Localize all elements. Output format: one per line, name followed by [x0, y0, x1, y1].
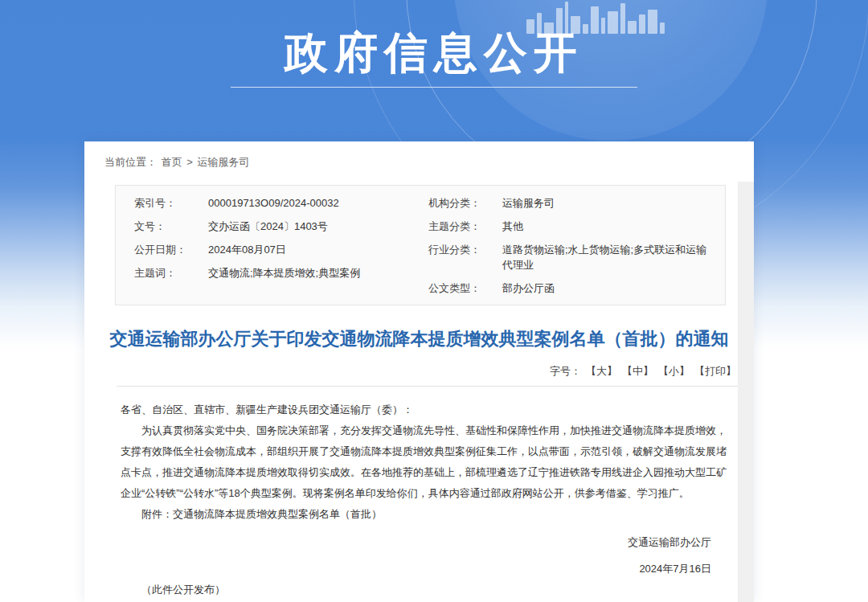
signer-name: 交通运输部办公厅 [121, 532, 727, 553]
meta-value: 道路货物运输;水上货物运输;多式联运和运输代理业 [502, 242, 725, 272]
meta-row-topic-category: 主题分类： 其他 [420, 215, 725, 238]
meta-label: 索引号： [134, 195, 208, 211]
greeting-line: 各省、自治区、直辖市、新疆生产建设兵团交通运输厅（委）： [121, 399, 727, 420]
public-release-note: （此件公开发布） [121, 579, 727, 600]
meta-label: 文号： [134, 219, 208, 234]
meta-value: 运输服务司 [502, 195, 566, 211]
document-meta-table: 索引号： 000019713O09/2024-00032 文号： 交办运函〔20… [115, 185, 726, 305]
meta-row-industry-category: 行业分类： 道路货物运输;水上货物运输;多式联运和运输代理业 [420, 238, 725, 276]
print-button[interactable]: 【打印】 [694, 365, 736, 377]
breadcrumb-home-link[interactable]: 首页 [162, 156, 182, 168]
meta-value: 交通物流;降本提质增效;典型案例 [208, 265, 371, 281]
font-size-controls: 字号：【大】【中】【小】【打印】 [84, 364, 754, 379]
breadcrumb-separator: > [186, 156, 193, 168]
meta-label: 行业分类： [428, 242, 502, 272]
meta-label: 主题词： [134, 265, 208, 281]
meta-value: 部办公厅函 [502, 281, 566, 296]
banner-underline [231, 87, 637, 88]
document-body: 各省、自治区、直辖市、新疆生产建设兵团交通运输厅（委）： 为认真贯彻落实党中央、… [121, 399, 727, 600]
meta-value: 其他 [502, 219, 534, 234]
meta-column-left: 索引号： 000019713O09/2024-00032 文号： 交办运函〔20… [116, 191, 420, 300]
breadcrumb-label: 当前位置： [104, 156, 157, 168]
meta-label: 主题分类： [428, 219, 502, 234]
meta-row-publish-date: 公开日期： 2024年08月07日 [116, 238, 420, 261]
meta-row-doc-type: 公文类型： 部办公厅函 [420, 276, 725, 300]
meta-value: 000019713O09/2024-00032 [208, 195, 350, 211]
breadcrumb-current: 运输服务司 [197, 156, 249, 168]
font-size-label: 字号： [550, 365, 581, 377]
meta-column-right: 机构分类： 运输服务司 主题分类： 其他 行业分类： 道路货物运输;水上货物运输… [420, 191, 725, 300]
font-size-large-button[interactable]: 【大】 [586, 365, 617, 377]
meta-row-doc-no: 文号： 交办运函〔2024〕1403号 [116, 215, 420, 238]
meta-label: 机构分类： [428, 195, 502, 211]
sign-date: 2024年7月16日 [121, 559, 727, 579]
document-title: 交通运输部办公厅关于印发交通物流降本提质增效典型案例名单（首批）的通知 [106, 325, 733, 353]
vertical-scrollbar[interactable] [738, 182, 754, 602]
meta-label: 公文类型： [428, 281, 502, 296]
meta-value: 交办运函〔2024〕1403号 [208, 219, 339, 234]
font-size-small-button[interactable]: 【小】 [658, 365, 690, 377]
meta-value: 2024年08月07日 [208, 242, 297, 257]
attachment-link[interactable]: 附件：交通物流降本提质增效典型案例名单（首批） [121, 504, 727, 525]
page: { "banner": { "title": "政府信息公开" }, "brea… [0, 0, 868, 602]
meta-row-index-no: 索引号： 000019713O09/2024-00032 [116, 191, 420, 215]
meta-row-org-category: 机构分类： 运输服务司 [420, 191, 725, 215]
page-banner-title: 政府信息公开 [0, 24, 868, 83]
content-panel: 当前位置： 首页 > 运输服务司 索引号： 000019713O09/2024-… [84, 141, 754, 602]
breadcrumb: 当前位置： 首页 > 运输服务司 [84, 141, 754, 172]
font-size-medium-button[interactable]: 【中】 [622, 365, 653, 377]
header-divider [117, 386, 738, 387]
meta-label: 公开日期： [134, 242, 208, 257]
body-paragraph: 为认真贯彻落实党中央、国务院决策部署，充分发挥交通物流先导性、基础性和保障性作用… [121, 420, 727, 504]
meta-row-keywords: 主题词： 交通物流;降本提质增效;典型案例 [116, 261, 420, 285]
